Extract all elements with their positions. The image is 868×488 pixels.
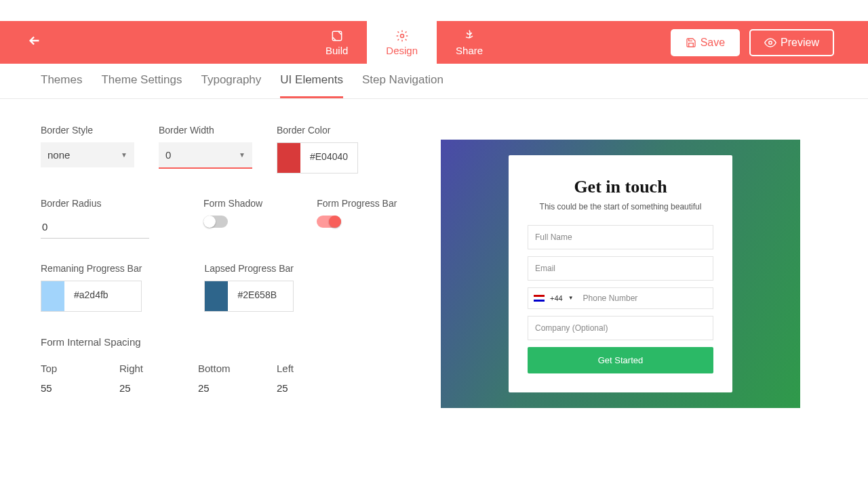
email-field[interactable]: Email xyxy=(528,256,713,281)
progress-bar-label: Form Progress Bar xyxy=(317,198,397,209)
lapsed-color-input[interactable]: #2E658B xyxy=(204,281,294,312)
eye-icon xyxy=(764,37,776,49)
remaining-color-value: #a2d4fb xyxy=(64,281,118,311)
subnav-theme-settings[interactable]: Theme Settings xyxy=(101,73,182,98)
subnav-ui-elements[interactable]: UI Elements xyxy=(280,73,343,98)
tab-share-label: Share xyxy=(456,45,483,56)
company-field[interactable]: Company (Optional) xyxy=(528,316,713,340)
form-title: Get in touch xyxy=(528,177,713,197)
border-radius-label: Border Radius xyxy=(41,198,149,209)
main-nav: Build Design Share xyxy=(307,21,502,64)
remaining-color-input[interactable]: #a2d4fb xyxy=(41,281,142,312)
form-preview-area: Get in touch This could be the start of … xyxy=(441,140,800,408)
border-style-label: Border Style xyxy=(41,125,134,136)
preview-button[interactable]: Preview xyxy=(749,29,834,56)
chevron-down-icon: ▼ xyxy=(239,151,245,159)
form-spacing-label: Form Internal Spacing xyxy=(41,336,441,348)
border-width-label: Border Width xyxy=(159,125,252,136)
sub-nav: Themes Theme Settings Typography UI Elem… xyxy=(0,64,868,99)
save-label: Save xyxy=(701,37,725,49)
lapsed-progress-label: Lapsed Progress Bar xyxy=(204,263,294,274)
progress-bar-toggle[interactable] xyxy=(317,216,341,228)
country-code[interactable]: +44 xyxy=(550,294,563,302)
border-color-swatch[interactable] xyxy=(277,143,300,173)
phone-field[interactable]: +44 ▼ Phone Number xyxy=(528,287,713,309)
spacing-right-label: Right xyxy=(119,363,198,374)
lapsed-color-swatch[interactable] xyxy=(205,281,228,311)
spacing-bottom-label: Bottom xyxy=(198,363,277,374)
border-radius-input[interactable] xyxy=(41,216,149,239)
border-color-input[interactable]: #E04040 xyxy=(277,142,358,174)
subnav-step-navigation[interactable]: Step Navigation xyxy=(362,73,443,98)
get-started-button[interactable]: Get Started xyxy=(528,347,713,373)
spacing-top-label: Top xyxy=(41,363,119,374)
top-bar: Build Design Share Save Preview xyxy=(0,21,868,64)
form-shadow-label: Form Shadow xyxy=(203,198,262,209)
preview-label: Preview xyxy=(781,37,819,49)
border-color-value: #E04040 xyxy=(300,143,357,173)
subnav-typography[interactable]: Typography xyxy=(201,73,261,98)
lapsed-color-value: #2E658B xyxy=(228,281,286,311)
border-width-value: 0 xyxy=(165,149,171,161)
spacing-right-value[interactable]: 25 xyxy=(119,382,198,394)
save-icon xyxy=(686,37,696,48)
svg-point-2 xyxy=(769,41,772,44)
spacing-left-label: Left xyxy=(277,363,355,374)
border-style-value: none xyxy=(47,149,70,161)
tab-build[interactable]: Build xyxy=(307,21,367,64)
form-shadow-toggle[interactable] xyxy=(203,216,228,228)
spacing-top-value[interactable]: 55 xyxy=(41,382,119,394)
tab-share[interactable]: Share xyxy=(437,21,502,64)
spacing-row: Top 55 Right 25 Bottom 25 Left 25 xyxy=(41,363,441,394)
spacing-left-value[interactable]: 25 xyxy=(277,382,355,394)
save-button[interactable]: Save xyxy=(671,29,740,56)
border-style-select[interactable]: none ▼ xyxy=(41,142,134,167)
tab-design-label: Design xyxy=(386,45,418,56)
flag-icon xyxy=(534,295,545,302)
tab-design[interactable]: Design xyxy=(367,21,437,64)
svg-point-1 xyxy=(400,34,403,37)
chevron-down-icon: ▼ xyxy=(121,151,127,159)
back-arrow-icon[interactable] xyxy=(27,33,42,52)
remaining-color-swatch[interactable] xyxy=(41,281,64,311)
subnav-themes[interactable]: Themes xyxy=(41,73,82,98)
tab-build-label: Build xyxy=(326,45,348,56)
form-subtitle: This could be the start of something bea… xyxy=(528,201,713,213)
border-width-select[interactable]: 0 ▼ xyxy=(159,142,252,169)
full-name-field[interactable]: Full Name xyxy=(528,225,713,249)
border-color-label: Border Color xyxy=(277,125,358,136)
chevron-down-icon: ▼ xyxy=(568,295,574,301)
settings-panel: Border Style none ▼ Border Width 0 ▼ Bor… xyxy=(0,99,441,408)
form-card: Get in touch This could be the start of … xyxy=(509,155,732,392)
remaining-progress-label: Remaning Progress Bar xyxy=(41,263,142,274)
top-actions: Save Preview xyxy=(671,29,834,56)
phone-placeholder: Phone Number xyxy=(583,293,638,303)
spacing-bottom-value[interactable]: 25 xyxy=(198,382,277,394)
